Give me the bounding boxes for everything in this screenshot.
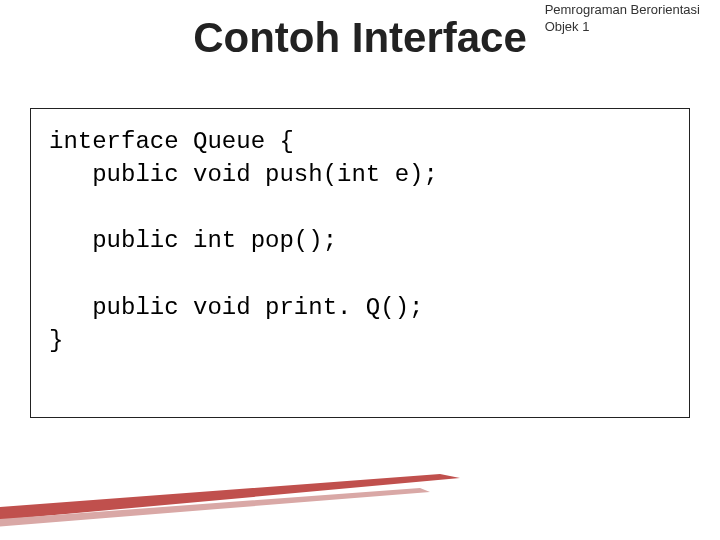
accent-decoration [0,470,480,540]
code-line-4: public int pop(); [49,227,337,254]
code-line-7: } [49,327,63,354]
code-container: interface Queue { public void push(int e… [30,108,690,418]
page-title: Contoh Interface [0,14,720,62]
code-block: interface Queue { public void push(int e… [49,125,671,357]
code-line-2: public void push(int e); [49,161,438,188]
code-line-1: interface Queue { [49,128,294,155]
code-line-6: public void print. Q(); [49,294,423,321]
